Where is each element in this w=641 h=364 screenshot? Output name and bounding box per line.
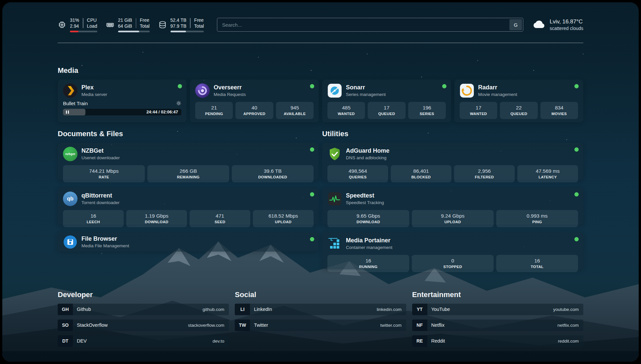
youtube-icon: YT <box>412 304 427 315</box>
section-title-utilities: Utilities <box>322 130 583 138</box>
app-name: Plex <box>81 84 107 91</box>
bookmark-netflix[interactable]: NF Netflix netflix.com <box>412 319 583 331</box>
divider-vertical <box>136 18 137 28</box>
sonarr-titles: Sonarr Series management <box>346 84 386 97</box>
status-indicator <box>574 84 579 88</box>
plex-card[interactable]: Plex Media server Bullet Train <box>58 79 187 122</box>
nzbget-icon: nzbget <box>63 147 77 161</box>
status-indicator <box>310 192 314 197</box>
plex-titles: Plex Media server <box>81 84 107 97</box>
qbittorrent-titles: qBittorrent Torrent downloader <box>81 192 120 205</box>
stat-queries: 498,564 QUERIES <box>327 165 388 182</box>
memory-readout: 21 GiB 64 GiB Free Total <box>118 17 150 32</box>
weather-text: Lviv, 16.87°C scattered clouds <box>550 18 583 31</box>
section-social: Social LI LinkedIn linkedin.com TW Twitt… <box>235 290 406 351</box>
bookmark-linkedin[interactable]: LI LinkedIn linkedin.com <box>235 304 406 315</box>
app-name: AdGuard Home <box>346 147 389 155</box>
linkedin-icon: LI <box>235 304 250 315</box>
portainer-card[interactable]: Media Portainer Container management 16 … <box>322 232 583 269</box>
app-subtitle: Movie management <box>478 92 517 97</box>
memory-free-label: Free <box>140 17 150 23</box>
stat-upload: 9.24 Gbps UPLOAD <box>412 210 494 227</box>
bookmark-stackoverflow[interactable]: SO StackOverflow stackoverflow.com <box>58 319 229 331</box>
speedtest-card[interactable]: Speedtest Speedtest Tracking 9.65 Gbps D… <box>322 188 583 225</box>
status-indicator <box>442 84 446 88</box>
status-indicator <box>574 237 579 241</box>
bookmark-youtube[interactable]: YT YouTube youtube.com <box>412 304 583 315</box>
now-playing-title: Bullet Train <box>63 101 88 106</box>
adguard-card[interactable]: AdGuard Home DNS and adblocking 498,564 … <box>322 143 583 180</box>
app-subtitle: DNS and adblocking <box>346 155 389 160</box>
status-indicator <box>310 147 314 152</box>
disk-total-value: 97.9 TB <box>170 23 187 29</box>
stat-download: 1.19 Gbps DOWNLOAD <box>126 210 187 227</box>
weather-location-temp: Lviv, 16.87°C <box>550 18 583 25</box>
bookmark-github[interactable]: GH Github github.com <box>58 304 229 315</box>
app-name: qBittorrent <box>81 192 120 199</box>
disk-free-label: Free <box>194 17 204 23</box>
status-indicator <box>574 192 579 197</box>
twitter-icon: TW <box>235 319 250 331</box>
stat-filtered: 2,956 FILTERED <box>454 165 515 182</box>
divider-vertical <box>83 18 83 28</box>
stat-ping: 0.993 ms PING <box>496 210 578 227</box>
radarr-card[interactable]: Radarr Movie management 17 WANTED 22 QUE… <box>454 79 583 122</box>
app-name: Radarr <box>478 84 517 91</box>
section-media: Media <box>58 66 583 122</box>
cpu-usage-bar <box>70 31 97 32</box>
section-developer: Developer GH Github github.com SO StackO… <box>58 290 229 351</box>
cpu-chip-icon <box>58 20 66 29</box>
bookmark-dev[interactable]: DT DEV dev.to <box>58 335 229 347</box>
stat-movies: 834 MOVIES <box>540 102 578 119</box>
sonarr-card[interactable]: Sonarr Series management 485 WANTED 17 Q… <box>322 79 451 122</box>
bookmark-reddit[interactable]: RE Reddit reddit.com <box>412 335 583 347</box>
weather-condition: scattered clouds <box>550 26 583 31</box>
pause-icon[interactable] <box>66 110 69 114</box>
netflix-icon: NF <box>412 319 427 331</box>
filebrowser-card[interactable]: File Browser Media File Management <box>58 232 319 252</box>
app-name: Sonarr <box>346 84 386 91</box>
disk-total-label: Total <box>194 23 204 29</box>
app-subtitle: Torrent downloader <box>81 200 120 205</box>
memory-total-value: 64 GiB <box>118 23 132 29</box>
app-name: Overseerr <box>214 84 246 91</box>
search-engine-button[interactable]: G <box>509 19 522 30</box>
gear-icon[interactable] <box>176 101 181 106</box>
search-input[interactable] <box>217 18 508 31</box>
memory-widget: 21 GiB 64 GiB Free Total <box>106 17 150 32</box>
status-indicator <box>310 84 314 88</box>
nzbget-titles: NZBGet Usenet downloader <box>81 147 120 160</box>
disk-free-value: 52.4 TB <box>170 17 187 23</box>
app-subtitle: Media File Management <box>81 243 129 248</box>
status-indicator <box>310 237 314 241</box>
app-name: Media Portainer <box>346 237 392 244</box>
stat-available: 945 AVAILABLE <box>276 102 314 119</box>
section-title-documents: Documents & Files <box>58 130 319 138</box>
bookmark-twitter[interactable]: TW Twitter twitter.com <box>235 319 406 331</box>
section-documents: Documents & Files nzbget NZBGet Usenet d… <box>58 130 319 269</box>
reddit-icon: RE <box>412 335 427 347</box>
stat-download: 9.65 Gbps DOWNLOAD <box>327 210 409 227</box>
nzbget-card[interactable]: nzbget NZBGet Usenet downloader 744.21 M… <box>58 143 319 180</box>
filebrowser-icon <box>63 235 77 249</box>
playback-progress-bar[interactable]: 24:44 / 02:06:47 <box>63 109 181 115</box>
disk-usage-bar <box>170 31 204 32</box>
search-bar: G <box>217 18 523 32</box>
app-name: File Browser <box>81 235 129 243</box>
app-subtitle: Usenet downloader <box>81 155 120 160</box>
plex-icon <box>63 83 77 98</box>
stat-total: 16 TOTAL <box>496 255 578 272</box>
cpu-load-label: Load <box>87 23 97 29</box>
overseerr-card[interactable]: Overseerr Media Requests 21 PENDING 40 A… <box>190 79 319 122</box>
github-icon: GH <box>58 304 73 315</box>
memory-usage-bar <box>118 31 150 32</box>
stat-blocked: 86,401 BLOCKED <box>391 165 451 182</box>
disk-widget: 52.4 TB 97.9 TB Free Total <box>158 17 204 32</box>
section-title-media: Media <box>58 66 583 75</box>
top-bar: 31% 2.94 CPU Load <box>58 17 583 33</box>
header-divider <box>58 43 583 43</box>
qbittorrent-card[interactable]: qb qBittorrent Torrent downloader 16 LEE… <box>58 188 319 225</box>
weather-widget[interactable]: Lviv, 16.87°C scattered clouds <box>533 18 583 31</box>
stat-wanted: 17 WANTED <box>460 102 497 119</box>
portainer-icon <box>327 236 342 251</box>
